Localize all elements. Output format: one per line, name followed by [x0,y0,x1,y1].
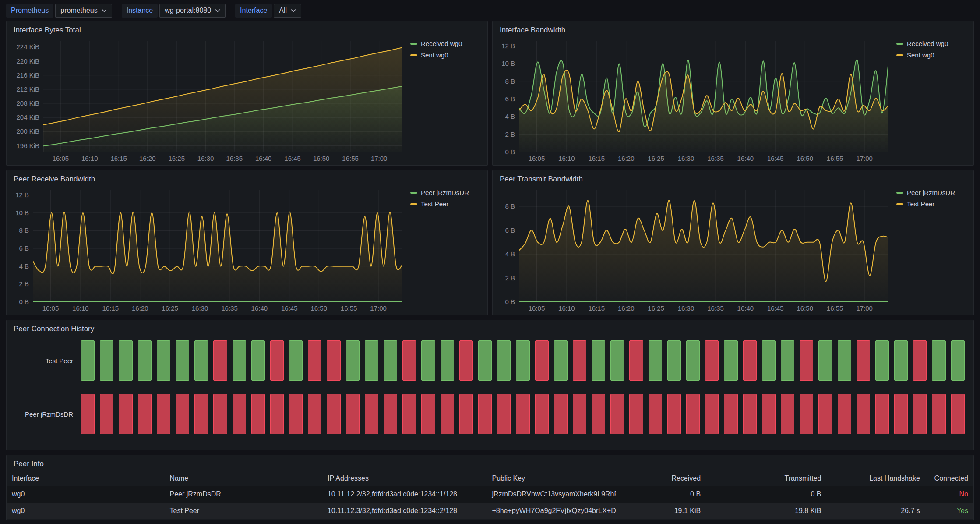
svg-text:204 KiB: 204 KiB [16,113,39,121]
variable-prometheus: Prometheus prometheus [6,4,112,18]
legend-item[interactable]: Peer jRzmDsDR [410,189,482,196]
svg-text:200 KiB: 200 KiB [16,127,39,135]
svg-text:2 B: 2 B [505,131,515,138]
status-block-up [289,340,303,381]
svg-text:16:45: 16:45 [767,304,784,312]
chart-legend: Received wg0Sent wg0 [405,36,483,163]
legend-item[interactable]: Received wg0 [896,40,968,47]
panel-title[interactable]: Peer Connection History [7,320,973,333]
status-block-down [705,340,719,381]
cell-transmitted: 19.8 KiB [706,503,826,519]
panel-title[interactable]: Interface Bandwidth [493,21,973,35]
status-block-down [894,394,908,434]
svg-text:16:50: 16:50 [310,304,327,312]
cell-name: Test Peer [164,503,322,519]
svg-text:10 B: 10 B [15,209,29,216]
variable-select-prometheus[interactable]: prometheus [55,4,112,18]
status-block-down [213,394,227,434]
status-block-down [932,394,945,434]
svg-text:17:00: 17:00 [370,304,387,312]
legend-series-swatch [896,192,903,194]
legend-item[interactable]: Test Peer [410,200,482,208]
status-block-down [610,394,624,434]
svg-text:12 B: 12 B [501,42,515,50]
column-header-name[interactable]: Name [164,471,322,486]
status-block-down [629,394,643,434]
column-header-interface[interactable]: Interface [7,471,164,486]
status-block-down [157,394,170,434]
status-block-down [176,394,189,434]
status-block-down [573,394,586,434]
column-header-public-key[interactable]: Public Key [486,471,616,486]
svg-text:196 KiB: 196 KiB [16,142,39,149]
status-block-down [724,394,737,434]
panel-peer-transmit-bandwidth: Peer Transmit Bandwidth 0 B2 B4 B6 B8 B1… [492,170,974,315]
status-block-down [800,394,813,434]
cell-last-handshake: 26.7 s [826,503,925,519]
status-block-up [516,340,529,381]
variable-select-instance[interactable]: wg-portal:8080 [159,4,226,18]
status-block-up [554,340,568,381]
chart-plot-area[interactable]: 0 B2 B4 B6 B8 B10 B12 B16:0516:1016:1516… [11,185,405,313]
svg-text:0 B: 0 B [19,298,29,305]
cell-name: Peer jRzmDsDR [164,486,322,503]
column-header-transmitted[interactable]: Transmitted [706,471,826,486]
legend-item[interactable]: Sent wg0 [410,51,482,59]
chart-plot-area[interactable]: 196 KiB200 KiB204 KiB208 KiB212 KiB216 K… [11,36,405,163]
variable-label-prometheus[interactable]: Prometheus [6,4,53,18]
svg-text:2 B: 2 B [505,274,515,282]
svg-text:4 B: 4 B [505,113,515,120]
status-block-down [951,394,965,434]
status-block-up [592,340,605,381]
status-block-down [81,394,95,434]
legend-item[interactable]: Received wg0 [410,40,482,47]
chart-svg: 0 B2 B4 B6 B8 B16:0516:1016:1516:2016:25… [497,185,891,313]
chart-plot-area[interactable]: 0 B2 B4 B6 B8 B16:0516:1016:1516:2016:25… [497,185,891,313]
variable-label-instance[interactable]: Instance [122,4,158,18]
svg-text:16:20: 16:20 [618,304,635,312]
status-block-down [251,394,265,434]
svg-text:16:50: 16:50 [797,304,813,312]
legend-item[interactable]: Test Peer [896,200,968,208]
legend-item[interactable]: Sent wg0 [896,51,968,59]
svg-text:8 B: 8 B [505,78,515,85]
svg-text:8 B: 8 B [19,227,29,234]
panel-title[interactable]: Peer Transmit Bandwidth [493,170,973,184]
status-block-down [857,394,870,434]
panel-title[interactable]: Peer Info [7,455,973,468]
svg-text:216 KiB: 216 KiB [16,71,39,79]
svg-text:16:25: 16:25 [162,304,178,312]
panel-title[interactable]: Peer Receive Bandwidth [7,170,487,184]
panel-title[interactable]: Interface Bytes Total [7,21,487,35]
status-block-up [421,340,435,381]
status-block-down [516,394,529,434]
status-block-up [100,340,113,381]
svg-text:8 B: 8 B [505,202,515,210]
chart-svg: 0 B2 B4 B6 B8 B10 B12 B16:0516:1016:1516… [11,185,405,313]
legend-series-swatch [410,192,417,194]
variable-label-interface[interactable]: Interface [235,4,272,18]
svg-text:2 B: 2 B [19,280,29,287]
column-header-received[interactable]: Received [616,471,706,486]
table-row: wg0 Peer jRzmDsDR 10.11.12.2/32,fdfd:d3a… [7,486,973,503]
variable-select-interface[interactable]: All [274,4,301,18]
chart-plot-area[interactable]: 0 B2 B4 B6 B8 B10 B12 B16:0516:1016:1516… [497,36,891,163]
variable-instance: Instance wg-portal:8080 [122,4,226,18]
svg-text:16:40: 16:40 [737,304,754,312]
x-axis-tick: 16:51 [784,450,801,450]
svg-text:16:15: 16:15 [588,304,605,312]
legend-series-swatch [896,43,903,45]
svg-text:16:55: 16:55 [827,304,843,312]
svg-text:16:55: 16:55 [342,155,359,162]
svg-text:16:40: 16:40 [255,155,272,162]
status-block-up [497,340,511,381]
legend-item[interactable]: Peer jRzmDsDR [896,189,968,196]
column-header-last-handshake[interactable]: Last Handshake [826,471,925,486]
status-history-blocks [81,394,965,434]
x-axis-tick: 17:01 [928,450,945,450]
variable-interface: Interface All [235,4,301,18]
status-block-up [667,340,681,381]
legend-series-swatch [410,43,417,45]
column-header-ip-addresses[interactable]: IP Addresses [322,471,487,486]
column-header-connected[interactable]: Connected [925,471,973,486]
